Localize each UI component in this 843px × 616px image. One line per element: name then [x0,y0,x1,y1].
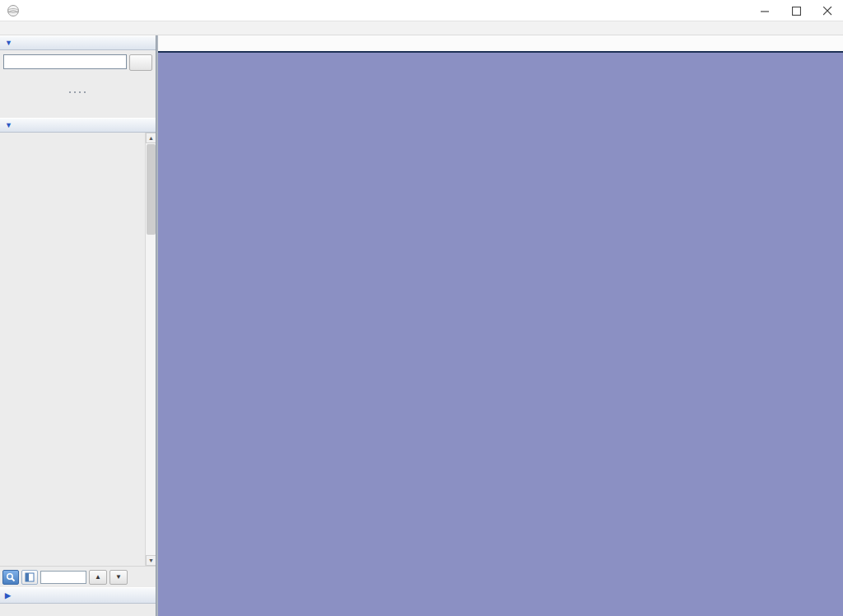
panel-view-button[interactable] [21,570,38,585]
collapse-triangle-icon: ▼ [5,121,12,129]
toolbar [158,35,843,51]
maximize-button[interactable] [780,0,812,21]
move-down-button[interactable]: ▼ [109,570,128,585]
map-3d-view[interactable] [158,53,843,616]
google-earth-window: ▼ ▼ ▲ ▼ [0,0,843,616]
places-filter-input[interactable] [40,571,86,584]
minimize-button[interactable] [749,0,780,21]
search-input[interactable] [3,54,127,69]
move-up-button[interactable]: ▲ [89,570,107,585]
scrollbar-thumb[interactable] [147,144,156,235]
search-button[interactable] [129,54,152,71]
sidebar: ▼ ▼ ▲ ▼ [0,35,156,616]
places-panel-header[interactable]: ▼ [0,118,156,133]
map-view[interactable] [158,51,843,616]
close-button[interactable] [812,0,843,21]
layers-panel-header[interactable]: ▶ [0,587,156,604]
app-globe-icon [7,4,20,17]
search-panel-header[interactable]: ▼ [0,35,156,50]
menu-bar [0,21,843,35]
scroll-down-icon[interactable]: ▼ [146,555,156,566]
expand-triangle-icon: ▶ [5,591,11,600]
places-tree: ▲ ▼ [0,133,156,566]
places-scrollbar[interactable]: ▲ ▼ [145,133,156,566]
title-bar [0,0,843,21]
scroll-up-icon[interactable]: ▲ [146,133,156,143]
places-controls: ▲ ▼ [0,566,156,587]
search-places-button[interactable] [2,570,19,585]
collapse-triangle-icon: ▼ [5,39,12,47]
